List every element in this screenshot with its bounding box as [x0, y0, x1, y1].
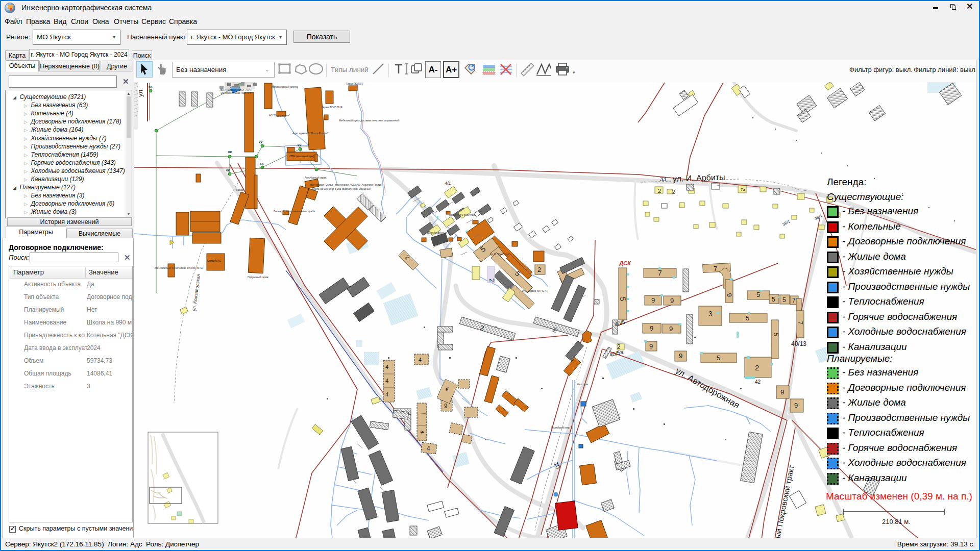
- svg-text:4: 4: [427, 445, 430, 452]
- svg-text:4: 4: [385, 378, 388, 384]
- svg-text:9: 9: [780, 388, 784, 396]
- svg-text:АБК и гараж ГУП "ЖКХ" АГУП: АБК и гараж ГУП "ЖКХ" АГУП: [219, 89, 251, 91]
- svg-text:9: 9: [651, 296, 655, 304]
- svg-text:5: 5: [717, 354, 720, 362]
- svg-text:9: 9: [669, 325, 673, 333]
- svg-text:Гараж ФГУП ПЦЕ: Гараж ФГУП ПЦЕ: [322, 106, 342, 109]
- svg-text:33: 33: [660, 176, 666, 182]
- svg-text:4/1: 4/1: [445, 181, 451, 186]
- svg-text:Гараж: Гараж: [236, 188, 244, 191]
- svg-text:3: 3: [708, 310, 713, 318]
- svg-text:5: 5: [619, 297, 627, 302]
- svg-text:2: 2: [755, 363, 759, 372]
- svg-text:ДСК: ДСК: [619, 260, 631, 266]
- svg-text:4: 4: [419, 357, 422, 363]
- svg-text:КК: КК: [149, 85, 153, 88]
- svg-text:5: 5: [772, 333, 780, 337]
- svg-text:210.81 м.: 210.81 м.: [882, 518, 911, 525]
- svg-text:2: 2: [617, 343, 621, 350]
- svg-text:Гараж ЭСТОП: Гараж ЭСТОП: [346, 82, 363, 85]
- svg-text:2: 2: [672, 189, 675, 195]
- svg-text:9: 9: [649, 342, 653, 350]
- svg-text:5: 5: [772, 296, 775, 303]
- svg-text:7: 7: [792, 297, 796, 304]
- svg-text:2: 2: [488, 278, 496, 283]
- svg-text:Вилюйский пер. 3: Вилюйский пер. 3: [551, 426, 572, 429]
- svg-text:2: 2: [658, 188, 661, 194]
- svg-text:ул.: ул.: [136, 88, 144, 97]
- svg-text:КК: КК: [260, 162, 264, 165]
- svg-text:ул. М "Сунгулар": ул. М "Сунгулар": [490, 253, 510, 256]
- svg-text:Бальер Криво-техническая служб: Бальер Криво-техническая служба: [274, 210, 315, 213]
- svg-text:СПМ (замочный цех): СПМ (замочный цех): [289, 155, 314, 158]
- svg-text:9: 9: [679, 352, 682, 360]
- svg-text:7: 7: [714, 265, 717, 272]
- svg-text:АО "Водружевая": АО "Водружевая": [269, 114, 290, 117]
- svg-text:школа на 990 мест в 203 кварта: школа на 990 мест в 203 квартале мкр. Зв…: [312, 187, 371, 190]
- svg-text:5: 5: [782, 296, 786, 304]
- svg-text:ФАС России по РС (Я): ФАС России по РС (Я): [522, 289, 548, 292]
- svg-text:ул. И. Арбиты: ул. И. Арбиты: [673, 172, 725, 183]
- svg-text:9: 9: [725, 293, 733, 297]
- svg-text:4: 4: [385, 364, 388, 370]
- svg-text:Мебельный пункт доставки печат: Мебельный пункт доставки печатных отправ…: [339, 119, 399, 122]
- svg-text:40/13: 40/13: [791, 340, 806, 347]
- svg-text:9: 9: [650, 324, 653, 332]
- svg-text:4: 4: [385, 391, 388, 397]
- svg-text:КК: КК: [226, 169, 230, 172]
- svg-text:9: 9: [794, 402, 798, 409]
- svg-text:Склад МТС: Склад МТС: [207, 259, 221, 262]
- svg-text:42: 42: [755, 379, 761, 385]
- svg-text:Адм. здание В "Почта России": Адм. здание В "Почта России": [292, 132, 328, 135]
- svg-text:Вилюйская ул № 1: Вилюйская ул № 1: [427, 231, 450, 234]
- svg-text:Электрокотельная ГУДК АГУТ: Электрокотельная ГУДК АГУТ: [220, 92, 253, 94]
- svg-text:лабораторный корпус: лабораторный корпус: [272, 85, 298, 88]
- svg-text:Подрезный гараж: Подрезный гараж: [248, 276, 269, 279]
- svg-text:КК: КК: [259, 141, 263, 144]
- svg-text:2: 2: [537, 266, 541, 273]
- svg-text:9: 9: [670, 297, 674, 305]
- svg-text:коммунал 9 переулок: коммунал 9 переулок: [449, 213, 475, 216]
- svg-text:5: 5: [756, 291, 760, 298]
- svg-text:9: 9: [444, 403, 448, 410]
- svg-text:Мастерская (Склад - мастерская: Мастерская (Склад - мастерская АСС) АО "…: [310, 183, 382, 186]
- svg-text:Материально-техническая служба: Материально-техническая служба (МТС): [155, 266, 204, 269]
- svg-text:7а: 7а: [741, 187, 745, 192]
- svg-text:Автобусный гараж: Автобусный гараж: [305, 176, 327, 179]
- svg-text:7: 7: [658, 269, 662, 277]
- svg-text:Жил. дом: Жил. дом: [577, 383, 589, 386]
- svg-text:КК: КК: [228, 151, 232, 154]
- svg-text:КК: КК: [298, 144, 302, 147]
- svg-text:5: 5: [746, 314, 749, 322]
